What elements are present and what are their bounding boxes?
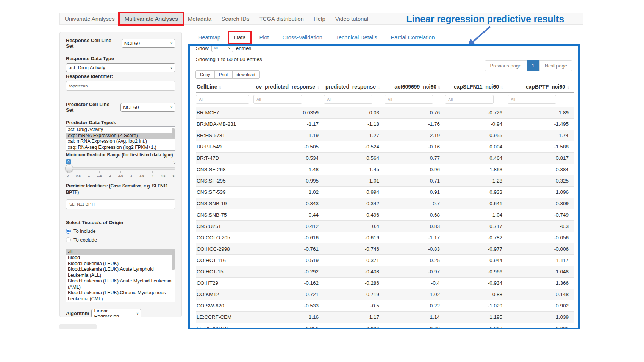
previous-page-button[interactable]: Previous page <box>485 60 527 71</box>
cell-line: BR:HS 578T <box>196 130 253 141</box>
tab-data[interactable]: Data <box>229 32 251 43</box>
nav-item-video-tutorial[interactable]: Video tutorial <box>330 13 373 24</box>
predictor-cell-line-set-label: Predictor Cell Line Set <box>66 101 118 113</box>
radio-to-exclude[interactable]: To exclude <box>66 237 175 243</box>
cell-value: -0.286 <box>324 278 385 289</box>
cell-value: 1.048 <box>508 266 574 278</box>
tissue-listbox[interactable]: allBloodBlood:Leukemia (LEUK)Blood:Leuke… <box>66 249 175 303</box>
cell-value: -0.97 <box>385 266 445 278</box>
scrollbar-thumb[interactable] <box>172 128 175 138</box>
sort-icon: ↑↓ <box>500 85 502 89</box>
tick-label: 2 <box>109 173 111 178</box>
cell-line: CO:SW-620 <box>196 300 253 312</box>
filter-cell-expslfn11-nci60 <box>445 93 508 107</box>
table-row: CO:COLO 205-0.616-0.619-1.17-0.782-0.056 <box>196 232 574 243</box>
tick-mark <box>131 171 131 173</box>
col-header-label: predicted_response <box>325 84 376 90</box>
option-blood[interactable]: Blood <box>66 255 175 261</box>
show-entries-select[interactable]: 60 ∨ <box>211 44 233 52</box>
predictor-cell-line-set-select[interactable]: NCI-60 ∨ <box>120 103 175 112</box>
option-all[interactable]: all <box>66 249 175 255</box>
show-entries-value: 60 <box>214 46 218 50</box>
cell-value: 0.934 <box>324 323 385 330</box>
col-header-expbptf-nci60[interactable]: expBPTF_nci60↑↓ <box>508 82 574 93</box>
option-xai-mrna-expression-avg-log2-int[interactable]: xai: mRNA Expression (Avg. log2 Int.) <box>66 139 175 145</box>
filter-input-expbptf-nci60[interactable] <box>508 95 556 104</box>
predictor-identifiers-input[interactable] <box>66 199 175 209</box>
table-row: BR:T-47D0.5340.5640.770.4640.817 <box>196 153 574 164</box>
option-xsq-rna-seq-expression-log2-fpkm-1[interactable]: xsq: RNA-seq Expression (log2 FPKM+1.) <box>66 145 175 151</box>
option-act-drug-activity[interactable]: act: Drug Activity <box>66 127 175 133</box>
col-header-act609699-nci60[interactable]: act609699_nci60↑↓ <box>385 82 445 93</box>
slider-max-label: 5 <box>173 160 175 164</box>
cell-line: CNS:SF-268 <box>196 164 253 175</box>
slider-tick: 4.5 <box>161 171 166 178</box>
cell-line: CNS:SNB-19 <box>196 198 253 209</box>
nav-item-search-ids[interactable]: Search IDs <box>216 13 254 24</box>
col-header-label: act609699_nci60 <box>394 84 436 90</box>
tab-cross-validation[interactable]: Cross-Validation <box>277 32 327 43</box>
cell-value: -0.309 <box>508 198 574 209</box>
predictor-data-types-listbox[interactable]: act: Drug Activityexp: mRNA Expression (… <box>66 126 175 151</box>
print-button[interactable]: Print <box>214 70 233 79</box>
cell-line: CO:HCT-116 <box>196 255 253 266</box>
page-number-button[interactable]: 1 <box>527 60 540 71</box>
chevron-down-icon: ∨ <box>170 105 173 109</box>
tick-mark <box>78 171 78 173</box>
cell-value: 0.83 <box>385 221 445 232</box>
cell-value: -0.619 <box>324 232 385 243</box>
filter-input-cv-predicted-response[interactable] <box>253 95 302 104</box>
radio-to-include[interactable]: To include <box>66 228 175 234</box>
cell-value: 0.464 <box>445 153 508 164</box>
cell-value: 0.004 <box>445 141 508 153</box>
option-exp-mrna-expression-z-score[interactable]: exp: mRNA Expression (Z-Score) <box>66 133 175 139</box>
col-header-cv-predicted-response[interactable]: cv_predicted_response↑↓ <box>253 82 324 93</box>
page: Univariate AnalysesMultivariate Analyses… <box>0 0 644 362</box>
slider-tick: 5 <box>173 171 175 178</box>
filter-input-cellline[interactable] <box>196 95 249 104</box>
cell-line: CO:HCC-2998 <box>196 243 253 255</box>
filter-input-expslfn11-nci60[interactable] <box>445 95 494 104</box>
col-header-label: expBPTF_nci60 <box>526 84 565 90</box>
response-data-type-select[interactable]: act: Drug Activity ∨ <box>66 63 175 72</box>
option-blood-leukemia-leuk-acute-lymphoid-leukemia-all[interactable]: Blood:Leukemia (LEUK):Acute Lymphoid Leu… <box>66 267 175 278</box>
option-blood-leukemia-leuk[interactable]: Blood:Leukemia (LEUK) <box>66 261 175 267</box>
cell-value: 0.384 <box>508 164 574 175</box>
option-blood-leukemia-leuk-chronic-myelogenous-leukemia-cml[interactable]: Blood:Leukemia (LEUK):Chronic Myelogenou… <box>66 290 175 302</box>
cell-value: 1.17 <box>324 312 385 323</box>
cell-line: LE:CCRF-CEM <box>196 312 253 323</box>
filter-cell-act609699-nci60 <box>385 93 445 107</box>
slider-track[interactable] <box>66 167 175 170</box>
col-header-predicted-response[interactable]: predicted_response↑↓ <box>324 82 385 93</box>
table-row: CNS:SNB-750.440.4960.681.04-0.749 <box>196 209 574 221</box>
tab-technical-details[interactable]: Technical Details <box>331 32 382 43</box>
tab-plot[interactable]: Plot <box>254 32 274 43</box>
min-predictor-range-slider: 0 5 00.511.522.533.544.55 <box>66 159 175 181</box>
nav-item-univariate-analyses[interactable]: Univariate Analyses <box>60 13 120 24</box>
cell-value: 0.0359 <box>253 107 324 119</box>
scrollbar-thumb[interactable] <box>172 250 175 270</box>
nav-item-metadata[interactable]: Metadata <box>183 13 217 24</box>
next-page-button[interactable]: Next page <box>539 60 572 71</box>
table-row: CO:HCT-15-0.292-0.408-0.97-0.9661.048 <box>196 266 574 278</box>
nav-item-tcga-distribution[interactable]: TCGA distribution <box>254 13 309 24</box>
slider-tick: 0 <box>67 171 69 178</box>
filter-input-act609699-nci60[interactable] <box>385 95 433 104</box>
filter-input-predicted-response[interactable] <box>324 95 372 104</box>
nav-item-help[interactable]: Help <box>309 13 330 24</box>
cell-value: 0.496 <box>324 209 385 221</box>
cell-line: CO:KM12 <box>196 289 253 300</box>
col-header-cellline[interactable]: CellLine↑↓ <box>196 82 253 93</box>
tab-heatmap[interactable]: Heatmap <box>193 32 225 43</box>
response-identifier-input[interactable] <box>66 81 175 91</box>
slider-tick: 2.5 <box>118 171 123 178</box>
copy-button[interactable]: Copy <box>195 70 215 79</box>
nav-item-multivariate-analyses[interactable]: Multivariate Analyses <box>120 13 183 24</box>
chevron-down-icon: ∨ <box>170 41 173 45</box>
col-header-expslfn11-nci60[interactable]: expSLFN11_nci60↑↓ <box>445 82 508 93</box>
download-button[interactable]: download <box>232 70 260 79</box>
response-cell-line-set-select[interactable]: NCI-60 ∨ <box>122 39 175 48</box>
tab-partial-correlation[interactable]: Partial Correlation <box>386 32 440 43</box>
algorithm-select[interactable]: Linear Regression ∨ <box>91 309 141 317</box>
option-blood-leukemia-leuk-acute-myeloid-leukemia-aml[interactable]: Blood:Leukemia (LEUK):Acute Myeloid Leuk… <box>66 278 175 290</box>
